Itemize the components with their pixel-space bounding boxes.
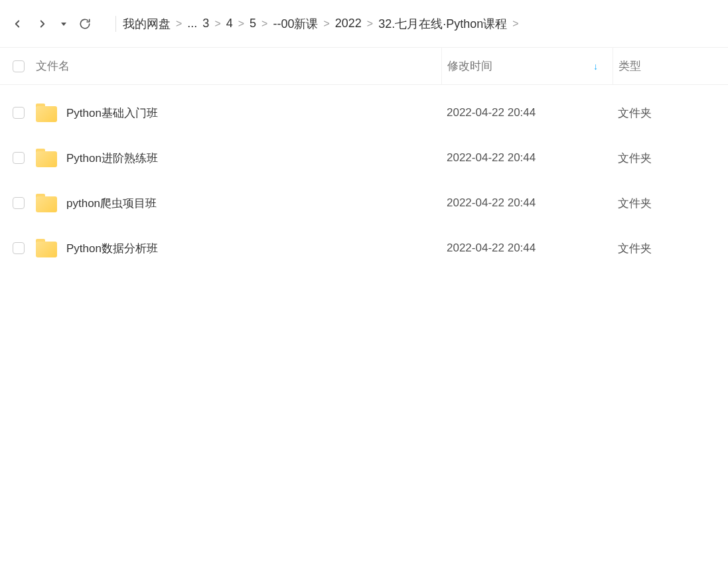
row-checkbox-col: [7, 152, 31, 164]
file-type: 文件夹: [613, 151, 721, 166]
refresh-button[interactable]: [74, 13, 96, 35]
file-time: 2022-04-22 20:44: [441, 106, 613, 119]
column-header-name[interactable]: 文件名: [31, 58, 441, 74]
svg-marker-0: [61, 23, 66, 26]
breadcrumb-item[interactable]: 2022: [335, 17, 362, 31]
file-name: Python数据分析班: [66, 241, 158, 256]
column-header-row: 文件名 修改时间 ↓ 类型: [0, 48, 728, 85]
sort-down-icon: ↓: [593, 61, 598, 72]
file-row[interactable]: python爬虫项目班 2022-04-22 20:44 文件夹: [0, 180, 728, 226]
nav-buttons: [7, 13, 96, 35]
column-header-type[interactable]: 类型: [613, 48, 721, 85]
breadcrumb-item[interactable]: 5: [250, 17, 256, 31]
file-row[interactable]: Python数据分析班 2022-04-22 20:44 文件夹: [0, 226, 728, 271]
file-name-cell: Python数据分析班: [31, 239, 441, 257]
toolbar-separator: [115, 16, 116, 32]
chevron-right-icon: >: [214, 18, 220, 30]
toolbar: 我的网盘 > ... 3 > 4 > 5 > --00新课 > 2022 > 3…: [0, 0, 728, 48]
breadcrumb: 我的网盘 > ... 3 > 4 > 5 > --00新课 > 2022 > 3…: [123, 16, 519, 32]
folder-icon: [36, 104, 57, 122]
folder-icon: [36, 149, 57, 167]
forward-button[interactable]: [32, 13, 53, 35]
column-header-time-label: 修改时间: [447, 58, 492, 74]
row-checkbox[interactable]: [13, 107, 25, 119]
breadcrumb-item[interactable]: ...: [187, 17, 197, 31]
file-name: python爬虫项目班: [66, 196, 157, 211]
chevron-right-icon: >: [323, 18, 329, 30]
file-row[interactable]: Python基础入门班 2022-04-22 20:44 文件夹: [0, 90, 728, 135]
file-name: Python基础入门班: [66, 106, 158, 121]
row-checkbox-col: [7, 197, 31, 209]
file-type: 文件夹: [613, 106, 721, 121]
file-time: 2022-04-22 20:44: [441, 151, 613, 165]
file-name-cell: Python基础入门班: [31, 104, 441, 122]
back-button[interactable]: [7, 13, 28, 35]
dropdown-button[interactable]: [57, 13, 70, 35]
breadcrumb-item[interactable]: 4: [226, 17, 233, 31]
column-header-time[interactable]: 修改时间 ↓: [441, 48, 613, 85]
row-checkbox[interactable]: [13, 197, 25, 209]
file-list: Python基础入门班 2022-04-22 20:44 文件夹 Python进…: [0, 85, 728, 271]
select-all-col: [7, 60, 31, 72]
file-name: Python进阶熟练班: [66, 151, 158, 166]
file-type: 文件夹: [613, 241, 721, 256]
file-name-cell: Python进阶熟练班: [31, 149, 441, 167]
row-checkbox-col: [7, 107, 31, 119]
chevron-right-icon: >: [176, 18, 182, 30]
folder-icon: [36, 194, 57, 212]
file-row[interactable]: Python进阶熟练班 2022-04-22 20:44 文件夹: [0, 135, 728, 180]
select-all-checkbox[interactable]: [13, 60, 25, 72]
row-checkbox[interactable]: [13, 152, 25, 164]
file-time: 2022-04-22 20:44: [441, 196, 613, 210]
folder-icon: [36, 239, 57, 257]
file-time: 2022-04-22 20:44: [441, 242, 613, 255]
breadcrumb-item[interactable]: --00新课: [273, 16, 318, 32]
file-name-cell: python爬虫项目班: [31, 194, 441, 212]
chevron-right-icon: >: [367, 18, 373, 30]
chevron-right-icon: >: [512, 18, 518, 30]
breadcrumb-root[interactable]: 我的网盘: [123, 16, 171, 32]
file-type: 文件夹: [613, 196, 721, 211]
row-checkbox-col: [7, 242, 31, 254]
breadcrumb-item[interactable]: 32.七月在线·Python课程: [378, 16, 507, 32]
breadcrumb-item[interactable]: 3: [202, 17, 209, 31]
chevron-right-icon: >: [261, 18, 267, 30]
row-checkbox[interactable]: [13, 242, 25, 254]
chevron-right-icon: >: [238, 18, 244, 30]
